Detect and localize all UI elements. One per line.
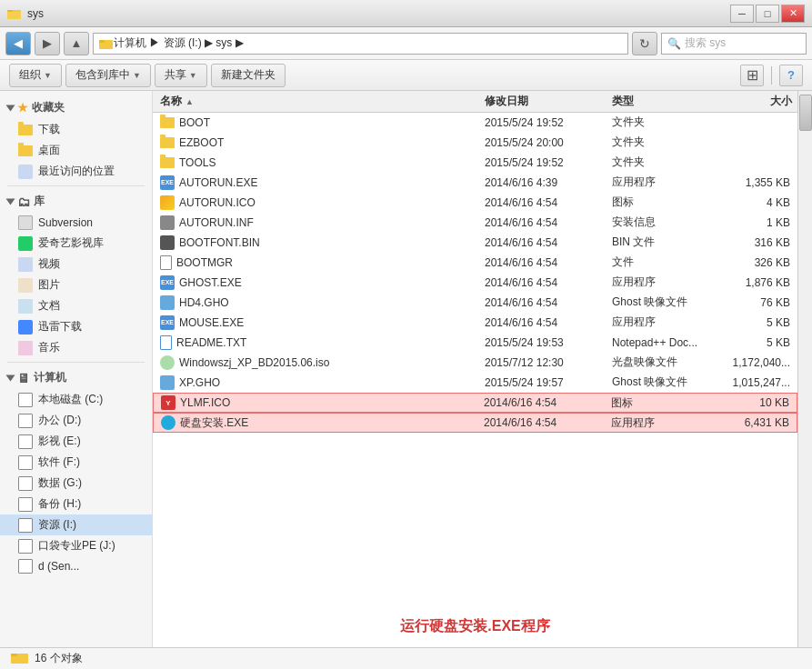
table-row[interactable]: 硬盘安装.EXE 2014/6/16 4:54 应用程序 6,431 KB [153, 413, 797, 433]
sidebar-item-iqiyi[interactable]: 爱奇艺影视库 [0, 233, 152, 254]
drive-c[interactable]: 本地磁盘 (C:) [0, 389, 152, 410]
computer-triangle-icon [6, 374, 15, 381]
file-name: 硬盘安装.EXE [180, 415, 248, 431]
scrollbar[interactable] [797, 91, 812, 647]
file-type-cell: 图标 [606, 195, 716, 210]
drive-e-label: 影视 (E:) [38, 434, 81, 449]
ghost-icon [160, 295, 175, 310]
help-button[interactable]: ? [779, 65, 803, 86]
table-row[interactable]: EZBOOT 2015/5/24 20:00 文件夹 [153, 133, 797, 153]
table-row[interactable]: BOOT 2015/5/24 19:52 文件夹 [153, 113, 797, 133]
file-type-cell: 应用程序 [606, 175, 716, 190]
refresh-button[interactable]: ↻ [632, 32, 657, 55]
back-button[interactable]: ◀ [5, 32, 31, 55]
search-box[interactable]: 🔍 搜索 sys [661, 33, 807, 55]
share-button[interactable]: 共享 ▼ [155, 64, 207, 87]
column-name-header[interactable]: 名称 ▲ [153, 94, 479, 109]
new-folder-button[interactable]: 新建文件夹 [211, 64, 286, 87]
table-row[interactable]: EXE GHOST.EXE 2014/6/16 4:54 应用程序 1,876 … [153, 273, 797, 293]
divider-2 [7, 362, 145, 363]
file-type-cell: 应用程序 [606, 275, 716, 290]
download-folder-icon [18, 125, 33, 135]
up-button[interactable]: ▲ [64, 32, 89, 55]
drive-d-icon [18, 414, 33, 428]
table-row[interactable]: AUTORUN.INF 2014/6/16 4:54 安装信息 1 KB [153, 213, 797, 233]
table-row[interactable]: EXE AUTORUN.EXE 2014/6/16 4:39 应用程序 1,35… [153, 173, 797, 193]
share-label: 共享 [165, 67, 186, 83]
table-row[interactable]: BOOTFONT.BIN 2014/6/16 4:54 BIN 文件 316 K… [153, 233, 797, 253]
desktop-folder-icon [18, 145, 33, 156]
file-name-cell: BOOTFONT.BIN [153, 235, 479, 250]
drive-g[interactable]: 数据 (G:) [0, 473, 152, 494]
table-row[interactable]: README.TXT 2015/5/24 19:53 Notepad++ Doc… [153, 333, 797, 353]
table-row[interactable]: AUTORUN.ICO 2014/6/16 4:54 图标 4 KB [153, 193, 797, 213]
folder-address-icon [99, 36, 114, 51]
iso-icon [160, 355, 175, 370]
file-name-cell: 硬盘安装.EXE [154, 415, 478, 431]
table-row[interactable]: Windowszj_XP_BD2015.06.iso 2015/7/12 12:… [153, 353, 797, 373]
column-size-header[interactable]: 大小 [716, 94, 797, 109]
sidebar-item-video[interactable]: 视频 [0, 254, 152, 275]
drive-i-label: 资源 (I:) [38, 517, 76, 533]
file-type-cell: Ghost 映像文件 [606, 374, 716, 390]
file-date-cell: 2014/6/16 4:54 [478, 396, 606, 409]
column-date-header[interactable]: 修改日期 [479, 94, 606, 109]
divider-1 [7, 185, 145, 186]
window-title: sys [27, 7, 44, 20]
drive-e[interactable]: 影视 (E:) [0, 431, 152, 452]
drive-f[interactable]: 软件 (F:) [0, 452, 152, 473]
drive-g-label: 数据 (G:) [38, 475, 82, 491]
scroll-thumb[interactable] [799, 95, 812, 131]
file-size-cell: 1,876 KB [716, 276, 797, 289]
minimize-button[interactable]: ─ [730, 5, 754, 23]
drive-sen-label: d (Sen... [38, 560, 79, 573]
drive-h[interactable]: 备份 (H:) [0, 494, 152, 514]
sidebar-item-xunlei[interactable]: 迅雷下载 [0, 316, 152, 337]
forward-button[interactable]: ▶ [35, 32, 60, 55]
drive-i[interactable]: 资源 (I:) [0, 514, 152, 535]
toolbar-divider [771, 66, 772, 85]
file-size-cell: 5 KB [716, 336, 797, 349]
folder-icon [160, 157, 175, 168]
file-type-cell: 文件夹 [606, 115, 716, 130]
file-type-cell: 文件夹 [606, 135, 716, 150]
column-type-header[interactable]: 类型 [606, 94, 716, 109]
sidebar-item-download[interactable]: 下载 [0, 119, 152, 140]
sidebar-item-music[interactable]: 音乐 [0, 337, 152, 358]
xunlei-icon [18, 320, 33, 334]
sidebar-item-desktop[interactable]: 桌面 [0, 140, 152, 161]
favorites-header[interactable]: ★ 收藏夹 [0, 96, 152, 119]
favorites-label: 收藏夹 [32, 100, 65, 115]
inf-icon [160, 215, 175, 230]
close-button[interactable]: ✕ [781, 5, 805, 23]
address-path[interactable]: 计算机 ▶ 资源 (I:) ▶ sys ▶ [93, 33, 628, 55]
table-row[interactable]: BOOTMGR 2014/6/16 4:54 文件 326 KB [153, 253, 797, 273]
view-toggle-button[interactable]: ⊞ [740, 65, 764, 86]
sidebar-item-documents[interactable]: 文档 [0, 295, 152, 316]
drive-sen[interactable]: d (Sen... [0, 556, 152, 576]
organize-button[interactable]: 组织 ▼ [9, 64, 62, 87]
computer-header[interactable]: 🖥 计算机 [0, 366, 152, 389]
table-row[interactable]: XP.GHO 2015/5/24 19:57 Ghost 映像文件 1,015,… [153, 373, 797, 393]
include-library-button[interactable]: 包含到库中 ▼ [65, 64, 151, 87]
sidebar-item-recent[interactable]: 最近访问的位置 [0, 161, 152, 182]
table-row[interactable]: TOOLS 2015/5/24 19:52 文件夹 [153, 153, 797, 173]
computer-icon: 🖥 [17, 371, 30, 385]
file-type-cell: 文件夹 [606, 155, 716, 170]
drive-f-label: 软件 (F:) [38, 454, 80, 470]
drive-d[interactable]: 办公 (D:) [0, 410, 152, 431]
sidebar-item-pictures[interactable]: 图片 [0, 275, 152, 295]
drive-i-icon [18, 518, 33, 533]
drive-j[interactable]: 口袋专业PE (J:) [0, 535, 152, 556]
sidebar-item-subversion[interactable]: Subversion [0, 213, 152, 233]
file-type-cell: 应用程序 [606, 315, 716, 330]
status-bar: 16 个对象 [0, 647, 812, 669]
file-date-cell: 2014/6/16 4:54 [479, 236, 606, 249]
table-row[interactable]: HD4.GHO 2014/6/16 4:54 Ghost 映像文件 76 KB [153, 293, 797, 313]
table-row[interactable]: Y YLMF.ICO 2014/6/16 4:54 图标 10 KB [153, 393, 797, 413]
maximize-button[interactable]: □ [756, 5, 779, 23]
file-name-cell: README.TXT [153, 335, 479, 350]
table-row[interactable]: EXE MOUSE.EXE 2014/6/16 4:54 应用程序 5 KB [153, 313, 797, 333]
library-triangle-icon [6, 198, 15, 205]
library-header[interactable]: 🗂 库 [0, 190, 152, 213]
